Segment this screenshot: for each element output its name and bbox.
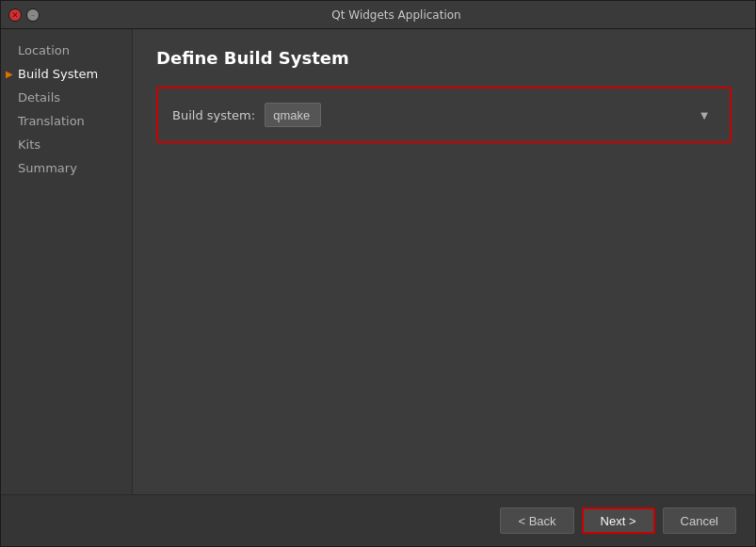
titlebar-buttons: ✕ – — [8, 8, 40, 22]
footer: < Back Next > Cancel — [1, 494, 755, 546]
minimize-button[interactable]: – — [26, 8, 40, 22]
next-button[interactable]: Next > — [582, 507, 655, 534]
close-icon: ✕ — [11, 10, 19, 20]
build-system-label: Build system: — [172, 108, 255, 122]
close-button[interactable]: ✕ — [8, 8, 22, 22]
main-content: Define Build System Build system: qmake … — [133, 29, 755, 494]
sidebar-item-location[interactable]: Location — [1, 39, 132, 62]
sidebar-item-build-system[interactable]: Build System — [1, 62, 132, 86]
sidebar-item-summary[interactable]: Summary — [1, 156, 132, 180]
sidebar-item-translation[interactable]: Translation — [1, 109, 132, 133]
build-system-box: Build system: qmake CMake Qbs — [156, 87, 732, 143]
minimize-icon: – — [31, 10, 36, 20]
sidebar-item-kits[interactable]: Kits — [1, 133, 132, 156]
main-window: ✕ – Qt Widgets Application Location Buil… — [0, 0, 756, 547]
sidebar-item-details[interactable]: Details — [1, 86, 132, 109]
build-system-row: Build system: qmake CMake Qbs — [172, 103, 716, 127]
spacer — [156, 157, 732, 475]
sidebar: Location Build System Details Translatio… — [1, 29, 133, 494]
build-system-select[interactable]: qmake CMake Qbs — [265, 103, 321, 127]
page-title: Define Build System — [156, 48, 732, 68]
cancel-button[interactable]: Cancel — [663, 507, 736, 534]
build-system-select-wrapper: qmake CMake Qbs — [265, 103, 716, 127]
window-title: Qt Widgets Application — [45, 8, 748, 22]
back-button[interactable]: < Back — [500, 507, 573, 534]
content-area: Location Build System Details Translatio… — [1, 29, 755, 494]
titlebar: ✕ – Qt Widgets Application — [1, 1, 755, 29]
